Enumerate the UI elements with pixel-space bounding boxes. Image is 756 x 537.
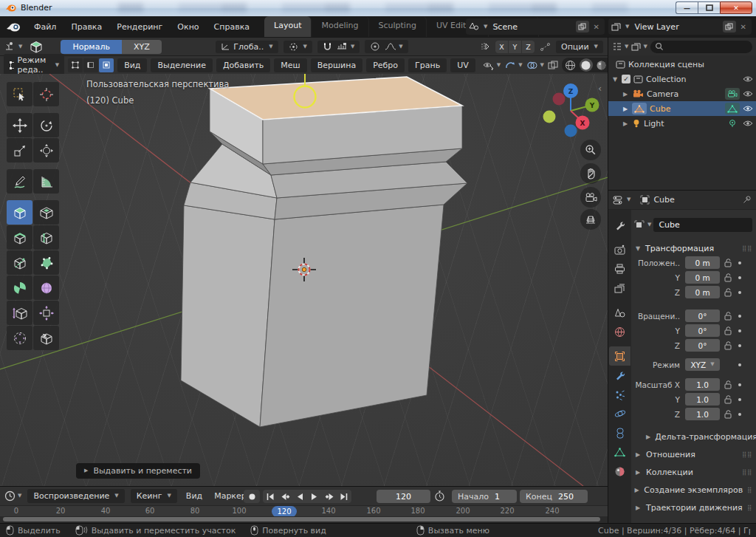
gizmos-toggle-dropdown[interactable]: ▼ — [504, 61, 522, 70]
menu-edit[interactable]: Правка — [63, 18, 109, 35]
section-instancing[interactable]: ▶Создание экземпляров⣿ — [634, 481, 752, 499]
mesh-data-icon[interactable] — [725, 103, 740, 114]
animate-dot[interactable] — [735, 383, 744, 386]
expand-arrow-icon[interactable]: ▶ — [622, 120, 629, 127]
tool-cursor[interactable] — [33, 82, 59, 106]
animate-dot[interactable] — [735, 261, 744, 264]
tool-poly-build[interactable] — [33, 250, 59, 275]
scene-selector[interactable]: ▼ Scene ✕ — [466, 18, 605, 35]
menu-file[interactable]: Файл — [27, 18, 63, 35]
tab-modeling[interactable]: Modeling — [312, 16, 368, 37]
tab-modifiers[interactable] — [609, 366, 630, 385]
cube-mesh[interactable] — [181, 77, 467, 427]
tool-extrude-region[interactable] — [7, 200, 32, 225]
cube-row-selected[interactable]: ▶ Cube — [608, 101, 756, 116]
timeline-ruler[interactable]: 0 20 40 60 80 100 120 140 160 180 200 22… — [0, 505, 608, 516]
rotation-y-field[interactable]: 0° — [685, 324, 720, 337]
object-name-field[interactable]: Cube — [653, 218, 752, 232]
animate-dot[interactable] — [735, 315, 744, 318]
playback-dropdown[interactable]: Воспроизведение▼ — [27, 489, 124, 503]
tool-edge-slide[interactable] — [7, 301, 32, 325]
shading-wireframe-button[interactable] — [564, 58, 577, 72]
orthographic-toggle-button[interactable] — [580, 209, 601, 230]
animate-dot[interactable] — [735, 344, 744, 347]
timeline-menu-view[interactable]: Вид — [183, 489, 205, 503]
menu-window[interactable]: Окно — [170, 18, 206, 35]
scene-collection-row[interactable]: Коллекция сцены — [608, 57, 756, 72]
expand-arrow-icon[interactable]: ▼ — [611, 76, 619, 83]
menu-add[interactable]: Добавить — [216, 58, 270, 72]
mode-dropdown[interactable]: Режим реда..▼ — [4, 54, 64, 76]
camera-view-button[interactable] — [580, 187, 601, 208]
tab-object-data[interactable] — [609, 442, 630, 462]
mirror-y-button[interactable]: Y — [509, 41, 521, 53]
scale-y-field[interactable]: 1.0 — [685, 393, 720, 406]
orientation-normal-button[interactable]: Нормаль — [61, 40, 122, 54]
mirror-x-button[interactable]: X — [495, 41, 508, 53]
tab-view-layer[interactable] — [609, 278, 630, 298]
expand-arrow-icon[interactable]: ▶ — [622, 91, 629, 98]
frame-start-field[interactable]: Начало1 — [452, 490, 517, 503]
lock-icon[interactable] — [722, 273, 735, 282]
viewport-scene[interactable]: Z Y X — [0, 74, 608, 486]
next-keyframe-button[interactable] — [322, 490, 337, 503]
tool-loop-cut[interactable] — [33, 225, 59, 250]
lock-icon[interactable] — [722, 380, 735, 389]
eye-icon[interactable] — [743, 120, 753, 127]
light-data-icon[interactable] — [725, 119, 740, 128]
falloff-dropdown[interactable]: ▼ — [385, 42, 402, 51]
tab-physics[interactable] — [609, 404, 630, 423]
play-reverse-button[interactable] — [292, 490, 307, 503]
maximize-button[interactable] — [698, 1, 720, 14]
transform-panel-header[interactable]: ▼ Трансформация ⣿⣿ — [634, 241, 752, 256]
tool-knife[interactable] — [7, 250, 32, 275]
tab-tool[interactable] — [609, 216, 630, 235]
menu-uv[interactable]: UV — [450, 58, 475, 72]
unlink-scene-icon[interactable]: ✕ — [591, 23, 602, 31]
scene-name[interactable]: Scene — [489, 22, 573, 32]
tool-smooth[interactable] — [33, 276, 59, 300]
tool-shear[interactable] — [7, 326, 32, 350]
tab-layout[interactable]: Layout — [264, 16, 312, 37]
menu-render[interactable]: Рендеринг — [109, 18, 170, 35]
timeline-editor-dropdown[interactable]: ▼ — [4, 490, 21, 502]
axis-neg-y-ball[interactable] — [543, 111, 556, 123]
tool-annotate[interactable] — [7, 169, 32, 194]
lock-icon[interactable] — [722, 326, 735, 335]
eye-icon[interactable] — [743, 90, 753, 98]
blender-logo-icon[interactable] — [0, 21, 27, 33]
close-button[interactable]: ✕ — [720, 1, 752, 14]
tab-sculpting[interactable]: Sculpting — [369, 16, 427, 37]
active-tool-dropdown[interactable]: ▼ — [4, 41, 22, 52]
section-delta-transform[interactable]: ▶Дельта-трансформация — [634, 428, 752, 445]
current-frame-field[interactable]: 120 — [377, 490, 430, 503]
drag-handle-icon[interactable]: ⣿⣿ — [742, 245, 752, 252]
search-input[interactable] — [667, 42, 718, 52]
lock-icon[interactable] — [722, 395, 735, 404]
tool-spin[interactable] — [7, 276, 32, 300]
play-button[interactable] — [307, 490, 322, 503]
tab-scene[interactable] — [609, 303, 630, 322]
drag-handle-icon[interactable]: ⣿⣿ — [742, 451, 752, 458]
tab-world[interactable] — [609, 322, 630, 341]
rotation-z-field[interactable]: 0° — [685, 339, 720, 352]
scrollbar-thumb[interactable] — [3, 517, 600, 521]
tool-inset-faces[interactable] — [33, 200, 59, 225]
lock-icon[interactable] — [722, 341, 735, 350]
lock-icon[interactable] — [722, 288, 735, 297]
drag-handle-icon[interactable]: ⣿ — [747, 504, 752, 511]
section-relations[interactable]: ▶Отношения⣿⣿ — [634, 445, 752, 463]
remove-view-layer-icon[interactable]: ✕ — [738, 23, 749, 31]
collapse-arrow-icon[interactable]: ▼ — [634, 245, 642, 252]
edge-select-button[interactable] — [83, 58, 98, 72]
menu-view[interactable]: Вид — [117, 58, 147, 72]
animate-dot[interactable] — [735, 413, 744, 416]
location-z-field[interactable]: 0 m — [685, 286, 720, 298]
animate-dot[interactable] — [735, 276, 744, 279]
tool-shrink-fatten[interactable] — [33, 301, 59, 325]
tab-object[interactable] — [609, 346, 630, 366]
outliner-display-mode-dropdown[interactable]: ▼ — [612, 42, 628, 51]
animate-dot[interactable] — [735, 291, 744, 294]
tab-render[interactable] — [609, 240, 630, 259]
orientation-xyz-button[interactable]: XYZ — [122, 40, 162, 54]
